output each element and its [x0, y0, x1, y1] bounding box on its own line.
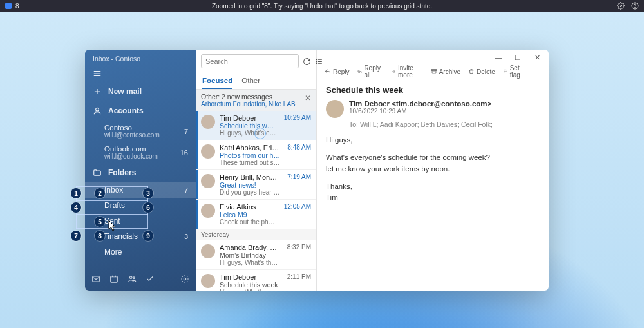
accounts-header[interactable]: Accounts — [85, 101, 196, 121]
account-outlook[interactable]: Outlook.comwill.l@outlook.com 16 — [85, 142, 196, 163]
close-icon[interactable]: ✕ — [305, 93, 311, 102]
folders-header[interactable]: Folders — [85, 163, 196, 182]
grid-badge: 2 — [95, 188, 105, 198]
folders-label: Folders — [108, 168, 136, 177]
hamburger-button[interactable] — [85, 65, 196, 82]
message-list-pane: Focused Other Other: 2 new messages Arbo… — [196, 50, 317, 291]
sync-icon[interactable] — [303, 56, 311, 66]
avatar — [201, 204, 215, 218]
search-input[interactable] — [201, 54, 299, 68]
close-button[interactable]: ✕ — [532, 53, 542, 62]
avatar — [201, 274, 215, 288]
todo-icon[interactable] — [146, 275, 155, 285]
grid-badge: 8 — [95, 231, 105, 241]
reading-pane: — ☐ ✕ Reply Reply all Invite more Archiv… — [317, 50, 549, 291]
avatar — [201, 244, 215, 258]
svg-rect-5 — [111, 276, 118, 282]
calendar-icon[interactable] — [109, 275, 118, 285]
avatar — [201, 174, 215, 188]
avatar — [201, 115, 215, 129]
reply-all-button[interactable]: Reply all — [357, 64, 384, 79]
grid-badge: 7 — [71, 231, 81, 241]
invite-button[interactable]: Invite more — [391, 64, 422, 79]
more-button[interactable]: ⋯ — [535, 68, 541, 75]
day-header: Yesterday — [196, 229, 316, 240]
grid-badge: 3 — [143, 188, 153, 198]
accounts-label: Accounts — [108, 106, 144, 115]
people-icon[interactable] — [128, 275, 137, 285]
avatar — [201, 144, 215, 159]
delete-button[interactable]: Delete — [468, 68, 495, 75]
sender-avatar — [326, 100, 344, 118]
grid-badge: 6 — [143, 202, 153, 213]
mic-icon — [5, 3, 12, 9]
archive-button[interactable]: Archive — [431, 68, 460, 75]
message-date: 10/6/2022 10:29 AM — [349, 108, 491, 115]
grid-badge: 1 — [71, 188, 81, 198]
other-preview-box[interactable]: Other: 2 new messages Arboretum Foundati… — [196, 90, 316, 111]
grid-badge: 5 — [95, 217, 105, 227]
message-from: Tim Deboer <tim.deboer@contoso.com> — [349, 100, 491, 108]
tab-other[interactable]: Other — [242, 73, 260, 89]
sidebar-bottombar — [85, 269, 196, 291]
folder-more[interactable]: More — [85, 244, 196, 260]
account-contoso[interactable]: Contosowill.l@contoso.com 7 — [85, 121, 196, 142]
voice-click-indicator — [254, 128, 266, 139]
settings-icon[interactable] — [617, 2, 625, 10]
reply-button[interactable]: Reply — [325, 68, 350, 75]
sidebar: Inbox - Contoso New mail Accounts Contos… — [85, 50, 196, 291]
new-mail-button[interactable]: New mail — [85, 82, 196, 101]
message-item[interactable]: Katri Ahokas, Erik NasonPhotos from our … — [196, 140, 316, 170]
message-item[interactable]: Amanda Brady, Daisy PhillipsMom's Birthd… — [196, 240, 316, 270]
svg-point-6 — [130, 276, 133, 279]
message-item[interactable]: Tim DeboerSchedule this weekHi guys, Wha… — [196, 270, 316, 291]
settings-icon[interactable] — [180, 275, 189, 285]
grid-badge: 9 — [143, 231, 153, 241]
grid-badge: 4 — [71, 202, 81, 213]
svg-point-8 — [184, 278, 186, 280]
window-controls: — ☐ ✕ — [317, 50, 549, 63]
tab-focused[interactable]: Focused — [202, 73, 232, 89]
minimize-button[interactable]: — — [493, 53, 504, 62]
message-actions: Reply Reply all Invite more Archive Dele… — [317, 63, 549, 82]
new-mail-label: New mail — [108, 87, 142, 96]
window-title: Inbox - Contoso — [85, 50, 196, 65]
mail-window: Inbox - Contoso New mail Accounts Contos… — [85, 50, 549, 291]
maximize-button[interactable]: ☐ — [513, 53, 523, 62]
message-body: Hi guys, What's everyone's schedule for … — [317, 135, 549, 209]
svg-point-0 — [620, 5, 622, 7]
mail-icon[interactable] — [91, 275, 100, 285]
flag-button[interactable]: Set flag — [503, 64, 527, 79]
voice-access-bar: 8 Zoomed into grid "8". Try saying "Undo… — [0, 0, 644, 12]
voice-count: 8 — [15, 3, 19, 10]
message-item[interactable]: Henry Brill, Mona Kane, Cecil FGreat new… — [196, 170, 316, 200]
svg-point-7 — [133, 277, 135, 279]
message-subject: Schedule this week — [317, 82, 549, 100]
message-to: To: Will L; Aadi Kapoor; Beth Davies; Ce… — [317, 121, 549, 135]
svg-point-3 — [96, 108, 99, 111]
voice-hint: Zoomed into grid "8". Try saying "Undo t… — [212, 3, 432, 10]
mouse-cursor — [108, 220, 117, 233]
inbox-tabs: Focused Other — [196, 73, 316, 90]
help-icon[interactable] — [631, 2, 639, 10]
svg-rect-12 — [431, 70, 437, 71]
svg-point-2 — [635, 7, 636, 8]
message-item[interactable]: Elvia AtkinsLeica M9Check out the photos… — [196, 200, 316, 229]
